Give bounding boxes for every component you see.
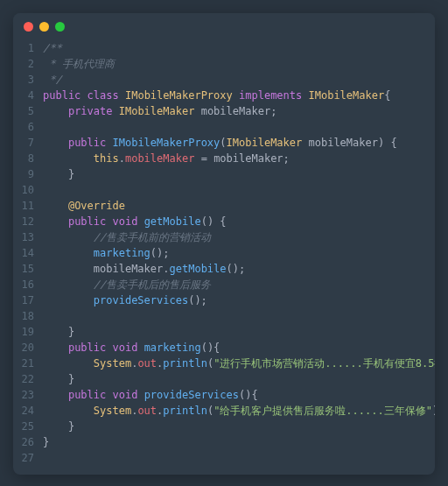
code-line: 20 public void marketing(){ — [13, 340, 435, 356]
line-content: @Override — [43, 198, 435, 214]
line-content: } — [43, 434, 435, 450]
line-number: 15 — [13, 261, 43, 277]
line-number: 6 — [13, 119, 43, 135]
code-line: 11 @Override — [13, 198, 435, 214]
line-number: 25 — [13, 419, 43, 434]
line-content: mobileMaker.getMobile(); — [43, 261, 435, 277]
line-content — [43, 119, 435, 135]
code-line: 5 private IMobileMaker mobileMaker; — [13, 103, 435, 119]
line-number: 3 — [13, 72, 43, 88]
line-content: public void marketing(){ — [43, 340, 435, 356]
line-content: } — [43, 166, 435, 182]
code-area[interactable]: 1/**2 * 手机代理商3 */4public class IMobileMa… — [13, 39, 435, 475]
code-line: 16 //售卖手机后的售后服务 — [13, 277, 435, 292]
code-window: 1/**2 * 手机代理商3 */4public class IMobileMa… — [13, 13, 435, 475]
line-number: 21 — [13, 356, 43, 371]
code-line: 18 — [13, 308, 435, 324]
line-content — [43, 308, 435, 324]
code-line: 9 } — [13, 166, 435, 182]
code-line: 21 System.out.println("进行手机市场营销活动......手… — [13, 356, 435, 371]
line-number: 1 — [13, 40, 43, 56]
line-content: System.out.println("给手机客户提供售后服务啦......三年… — [43, 403, 435, 419]
maximize-icon[interactable] — [55, 22, 65, 32]
code-line: 24 System.out.println("给手机客户提供售后服务啦.....… — [13, 403, 435, 419]
code-line: 22 } — [13, 371, 435, 387]
line-number: 24 — [13, 403, 43, 419]
line-content: } — [43, 419, 435, 434]
line-content: this.mobileMaker = mobileMaker; — [43, 151, 435, 166]
line-number: 11 — [13, 198, 43, 214]
line-number: 26 — [13, 434, 43, 450]
line-content: public void provideServices(){ — [43, 387, 435, 403]
line-content: * 手机代理商 — [43, 56, 435, 72]
code-line: 23 public void provideServices(){ — [13, 387, 435, 403]
code-line: 10 — [13, 182, 435, 198]
code-line: 14 marketing(); — [13, 245, 435, 261]
line-content: System.out.println("进行手机市场营销活动......手机有便… — [43, 356, 435, 371]
line-content: //售卖手机前的营销活动 — [43, 229, 435, 245]
line-number: 10 — [13, 182, 43, 198]
code-line: 26} — [13, 434, 435, 450]
code-line: 25 } — [13, 419, 435, 434]
line-number: 19 — [13, 324, 43, 340]
line-number: 23 — [13, 387, 43, 403]
line-content: marketing(); — [43, 245, 435, 261]
code-line: 17 provideServices(); — [13, 292, 435, 308]
code-line: 13 //售卖手机前的营销活动 — [13, 229, 435, 245]
line-number: 12 — [13, 214, 43, 229]
code-line: 27 — [13, 450, 435, 466]
line-content: public void getMobile() { — [43, 214, 435, 229]
line-content: public class IMobileMakerProxy implement… — [43, 88, 435, 103]
line-number: 9 — [13, 166, 43, 182]
line-content: } — [43, 371, 435, 387]
line-content: public IMobileMakerProxy(IMobileMaker mo… — [43, 135, 435, 151]
line-content: */ — [43, 72, 435, 88]
line-number: 2 — [13, 56, 43, 72]
code-line: 4public class IMobileMakerProxy implemen… — [13, 88, 435, 103]
line-number: 4 — [13, 88, 43, 103]
line-content: /** — [43, 40, 435, 56]
line-number: 18 — [13, 308, 43, 324]
line-number: 27 — [13, 450, 43, 466]
line-number: 20 — [13, 340, 43, 356]
line-number: 17 — [13, 292, 43, 308]
line-content — [43, 182, 435, 198]
code-line: 15 mobileMaker.getMobile(); — [13, 261, 435, 277]
minimize-icon[interactable] — [39, 22, 49, 32]
code-line: 2 * 手机代理商 — [13, 56, 435, 72]
line-number: 5 — [13, 103, 43, 119]
code-line: 8 this.mobileMaker = mobileMaker; — [13, 151, 435, 166]
line-content: provideServices(); — [43, 292, 435, 308]
line-number: 7 — [13, 135, 43, 151]
line-number: 22 — [13, 371, 43, 387]
code-line: 6 — [13, 119, 435, 135]
line-number: 14 — [13, 245, 43, 261]
code-line: 7 public IMobileMakerProxy(IMobileMaker … — [13, 135, 435, 151]
code-line: 12 public void getMobile() { — [13, 214, 435, 229]
line-number: 8 — [13, 151, 43, 166]
code-line: 1/** — [13, 40, 435, 56]
line-content: //售卖手机后的售后服务 — [43, 277, 435, 292]
line-number: 16 — [13, 277, 43, 292]
line-content: } — [43, 324, 435, 340]
code-line: 3 */ — [13, 72, 435, 88]
titlebar — [13, 13, 435, 39]
line-number: 13 — [13, 229, 43, 245]
line-content — [43, 450, 435, 466]
close-icon[interactable] — [24, 22, 33, 32]
code-line: 19 } — [13, 324, 435, 340]
line-content: private IMobileMaker mobileMaker; — [43, 103, 435, 119]
